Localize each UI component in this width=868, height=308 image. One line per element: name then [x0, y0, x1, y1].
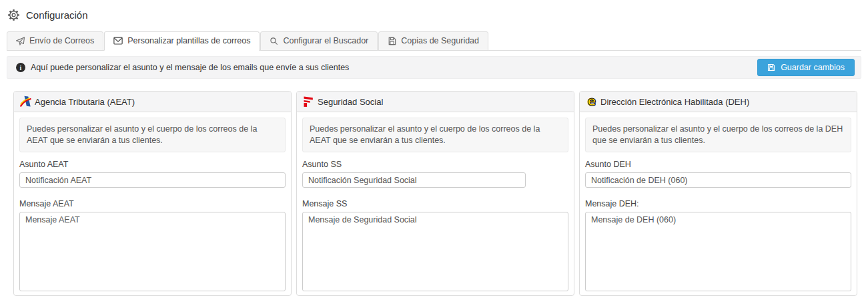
panel-title: Seguridad Social	[318, 97, 383, 107]
tab-label: Personalizar plantillas de correos	[127, 36, 250, 45]
panel-description: Puedes personalizar el asunto y el cuerp…	[19, 118, 286, 152]
panel-ss-header: Seguridad Social	[297, 92, 574, 112]
panel-title: Agencia Tributaria (AEAT)	[35, 97, 135, 107]
message-label: Mensaje DEH:	[585, 199, 851, 208]
svg-text:e: e	[588, 95, 596, 108]
deh-logo: e	[585, 95, 598, 108]
tab-label: Envío de Correos	[29, 36, 94, 45]
tab-configurar-buscador[interactable]: Configurar el Buscador	[260, 31, 378, 51]
info-message: Aquí puede personalizar el asunto y el m…	[31, 63, 349, 72]
message-textarea-deh[interactable]: Mensaje de DEH (060)	[585, 212, 851, 291]
message-textarea-aeat[interactable]: Mensaje AEAT	[19, 212, 286, 291]
save-button-label: Guardar cambios	[781, 63, 845, 72]
save-changes-button[interactable]: Guardar cambios	[757, 59, 855, 76]
tab-label: Copias de Seguridad	[401, 36, 479, 45]
templates-row: Agencia Tributaria (AEAT) Puedes persona…	[13, 91, 857, 296]
save-icon	[767, 63, 775, 71]
info-icon: i	[16, 63, 25, 72]
subject-label: Asunto AEAT	[19, 160, 286, 169]
tab-bar: Envío de Correos Personalizar plantillas…	[7, 31, 861, 51]
gear-icon	[7, 9, 20, 21]
panel-description: Puedes personalizar el asunto y el cuerp…	[585, 118, 851, 152]
subject-input-deh[interactable]	[585, 172, 851, 188]
panel-description: Puedes personalizar el asunto y el cuerp…	[302, 118, 568, 152]
panel-aeat: Agencia Tributaria (AEAT) Puedes persona…	[13, 91, 292, 296]
subject-input-ss[interactable]	[302, 172, 526, 188]
message-textarea-ss[interactable]: Mensaje de Seguridad Social	[302, 212, 568, 291]
seguridad-social-logo	[302, 95, 316, 108]
message-label: Mensaje SS	[302, 199, 568, 208]
panel-deh-header: e Dirección Electrónica Habilitada (DEH)	[580, 92, 857, 112]
envelope-icon	[113, 37, 123, 45]
backup-icon	[388, 37, 396, 45]
subject-input-aeat[interactable]	[19, 172, 286, 188]
panel-title: Dirección Electrónica Habilitada (DEH)	[600, 97, 749, 107]
tab-label: Configurar el Buscador	[283, 36, 368, 45]
subject-label: Asunto DEH	[585, 160, 851, 169]
info-bar: i Aquí puede personalizar el asunto y el…	[7, 56, 861, 79]
panel-aeat-header: Agencia Tributaria (AEAT)	[14, 92, 291, 112]
subject-label: Asunto SS	[302, 160, 568, 169]
page-header: Configuración	[0, 0, 868, 21]
panel-seguridad-social: Seguridad Social Puedes personalizar el …	[296, 91, 574, 296]
tab-copias-seguridad[interactable]: Copias de Seguridad	[378, 31, 488, 51]
tab-personalizar-plantillas[interactable]: Personalizar plantillas de correos	[104, 31, 260, 51]
send-icon	[16, 37, 25, 45]
page-title: Configuración	[26, 9, 88, 21]
panel-deh: e Dirección Electrónica Habilitada (DEH)…	[579, 91, 857, 296]
aeat-logo	[19, 95, 33, 108]
message-label: Mensaje AEAT	[19, 199, 286, 208]
search-icon	[270, 37, 278, 45]
tab-envio-de-correos[interactable]: Envío de Correos	[7, 31, 103, 51]
